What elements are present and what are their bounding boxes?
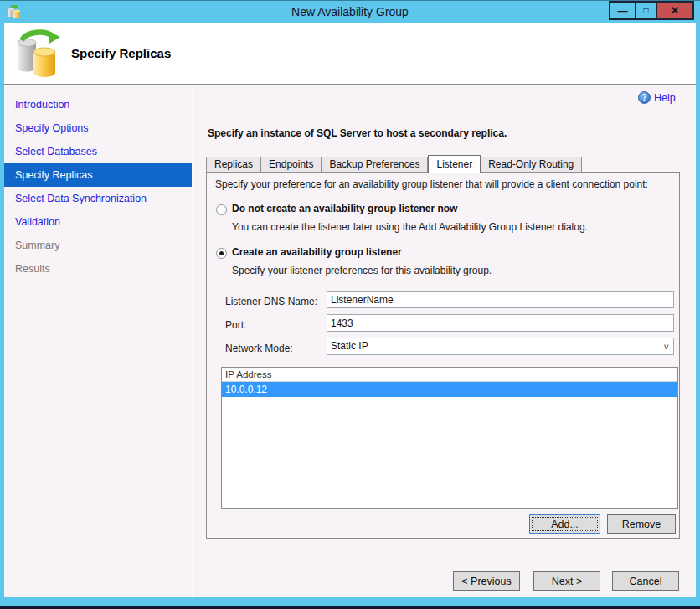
previous-button[interactable]: < Previous [453,571,520,591]
sidebar-item-specify-replicas[interactable]: Specify Replicas [4,163,192,187]
chevron-down-icon: ˅ [664,339,669,355]
sidebar-item-validation[interactable]: Validation [4,210,192,234]
option-do-not-create-description: You can create the listener later using … [232,221,588,233]
sidebar-item-summary: Summary [4,234,192,257]
ip-address-column-header: IP Address [222,368,677,382]
option-create-label[interactable]: Create an availability group listener [232,246,402,258]
sidebar-item-introduction[interactable]: Introduction [4,93,192,116]
next-button[interactable]: Next > [533,571,600,591]
sidebar-item-specify-options[interactable]: Specify Options [4,116,192,140]
page-title: Specify Replicas [71,46,171,60]
wizard-steps-sidebar: Introduction Specify Options Select Data… [4,85,192,597]
network-mode-label: Network Mode: [225,343,293,354]
network-mode-select[interactable]: Static IP ˅ [327,338,674,355]
add-button[interactable]: Add... [529,514,600,534]
cancel-button[interactable]: Cancel [612,571,679,591]
port-label: Port: [225,319,246,331]
remove-button[interactable]: Remove [607,514,676,534]
sidebar-item-select-data-synchronization[interactable]: Select Data Synchronization [4,187,192,210]
sidebar-divider [192,85,193,597]
new-availability-group-dialog: New Availability Group — □ ✕ Specify Rep… [0,0,700,609]
dns-name-input[interactable] [327,291,674,308]
sidebar-item-results: Results [4,257,192,281]
help-icon: ? [638,91,651,104]
listener-tab-panel: Specify your preference for an availabil… [206,172,680,539]
option-create-description: Specify your listener preferences for th… [232,265,492,276]
tab-read-only-routing[interactable]: Read-Only Routing [481,157,582,173]
tab-endpoints[interactable]: Endpoints [261,157,322,173]
dns-name-label: Listener DNS Name: [225,296,317,307]
section-heading: Specify an instance of SQL Server to hos… [208,127,507,139]
title-bar[interactable]: New Availability Group — □ ✕ [0,0,700,23]
replica-database-icon [15,28,62,79]
close-button[interactable]: ✕ [657,1,694,20]
radio-do-not-create-listener[interactable] [216,204,227,215]
ip-address-row[interactable]: 10.0.0.12 [222,382,677,397]
tab-strip: Replicas Endpoints Backup Preferences Li… [206,154,582,173]
window-title: New Availability Group [0,0,700,23]
help-link[interactable]: ? Help [638,91,676,104]
content-area: Introduction Specify Options Select Data… [4,85,696,597]
listener-description: Specify your preference for an availabil… [215,178,648,190]
option-do-not-create-label[interactable]: Do not create an availability group list… [232,203,457,214]
tab-backup-preferences[interactable]: Backup Preferences [322,157,428,173]
svg-text:?: ? [641,93,646,102]
radio-create-listener[interactable] [216,248,227,259]
maximize-button[interactable]: □ [635,1,657,20]
network-mode-value: Static IP [331,340,368,352]
help-label: Help [654,92,676,104]
footer-divider [193,555,696,555]
tab-listener[interactable]: Listener [428,155,481,173]
port-input[interactable] [327,314,674,332]
radio-selected-dot [219,251,224,255]
ip-address-list[interactable]: IP Address 10.0.0.12 [221,367,678,509]
wizard-header: Specify Replicas [4,23,696,85]
minimize-button[interactable]: — [609,1,635,20]
sidebar-item-select-databases[interactable]: Select Databases [4,140,192,163]
tab-replicas[interactable]: Replicas [206,157,261,173]
